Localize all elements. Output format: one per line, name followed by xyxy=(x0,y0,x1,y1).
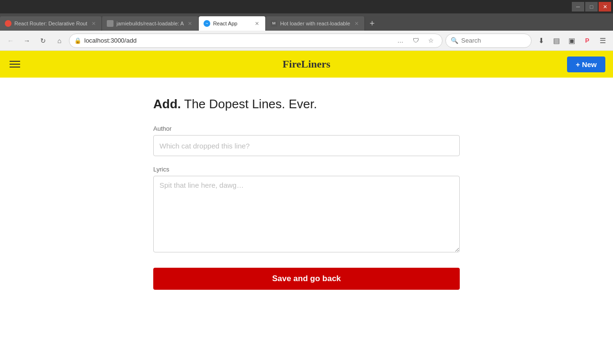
address-input[interactable] xyxy=(84,37,391,44)
author-field-group: Author xyxy=(153,125,460,166)
lock-icon: 🔒 xyxy=(74,37,81,44)
back-icon: ← xyxy=(7,37,14,45)
minimize-button[interactable]: ─ xyxy=(572,2,584,11)
close-button[interactable]: ✕ xyxy=(599,2,611,11)
tab-close-4[interactable]: ✕ xyxy=(353,20,360,27)
address-bar[interactable]: 🔒 … 🛡 ☆ xyxy=(69,34,443,48)
shield-icon: 🛡 xyxy=(413,37,419,44)
form-container: Add. The Dopest Lines. Ever. Author Lyri… xyxy=(153,97,460,290)
home-button[interactable]: ⌂ xyxy=(53,34,66,47)
shield-button[interactable]: 🛡 xyxy=(409,34,422,47)
page-heading: Add. The Dopest Lines. Ever. xyxy=(153,97,460,112)
back-button[interactable]: ← xyxy=(4,34,17,47)
sidebar-icon: ▣ xyxy=(568,36,575,45)
menu-button[interactable]: ☰ xyxy=(596,34,609,47)
search-input[interactable] xyxy=(461,37,526,44)
tab-label-4: Hot loader with react-loadable xyxy=(280,21,350,26)
more-button[interactable]: … xyxy=(394,34,407,47)
tab-favicon-3: ~ xyxy=(204,20,210,27)
hamburger-icon xyxy=(10,67,20,68)
tab-label-3: React App xyxy=(213,21,251,26)
library-icon: ▤ xyxy=(553,36,560,45)
tab-close-3[interactable]: ✕ xyxy=(254,20,261,27)
tab-label-2: jamiebuilds/react-loadable: A xyxy=(116,21,184,26)
menu-icon: ☰ xyxy=(600,36,606,45)
tab-close-1[interactable]: ✕ xyxy=(90,20,97,27)
library-button[interactable]: ▤ xyxy=(550,34,563,47)
app-title: FireLiners xyxy=(283,58,330,70)
download-icon: ⬇ xyxy=(538,36,545,45)
pocket-button[interactable]: P xyxy=(580,34,594,47)
reload-icon: ↻ xyxy=(40,37,46,45)
tab-favicon-1 xyxy=(5,20,11,27)
window-controls: ─ □ ✕ xyxy=(572,2,611,11)
hamburger-icon xyxy=(10,64,20,65)
author-label: Author xyxy=(153,125,460,132)
forward-button[interactable]: → xyxy=(20,34,34,47)
tab-jamiebuilds[interactable]: jamiebuilds/react-loadable: A ✕ xyxy=(102,16,199,31)
heading-rest: The Dopest Lines. Ever. xyxy=(181,97,317,111)
maximize-button[interactable]: □ xyxy=(585,2,598,11)
author-input[interactable] xyxy=(153,135,460,156)
tab-react-app[interactable]: ~ React App ✕ xyxy=(199,16,266,31)
sidebar-toggle-button[interactable]: ▣ xyxy=(565,34,579,47)
main-content: Add. The Dopest Lines. Ever. Author Lyri… xyxy=(0,78,613,309)
lyrics-textarea[interactable] xyxy=(153,176,460,252)
save-button[interactable]: Save and go back xyxy=(153,268,460,290)
download-button[interactable]: ⬇ xyxy=(534,34,548,47)
nav-bar: ← → ↻ ⌂ 🔒 … 🛡 ☆ 🔍 ⬇ ▤ ▣ xyxy=(0,31,613,51)
new-tab-button[interactable]: + xyxy=(365,16,379,31)
heading-bold: Add. xyxy=(153,97,181,111)
title-bar: ─ □ ✕ xyxy=(0,0,613,13)
tab-favicon-4: M xyxy=(271,20,277,27)
tab-label-1: React Router: Declarative Rout xyxy=(14,21,87,26)
forward-icon: → xyxy=(23,37,30,45)
hamburger-icon xyxy=(10,61,20,62)
more-icon: … xyxy=(397,37,404,44)
toolbar-right: ⬇ ▤ ▣ P ☰ xyxy=(534,34,609,47)
search-bar[interactable]: 🔍 xyxy=(445,34,532,48)
app-navbar: FireLiners + New xyxy=(0,51,613,78)
star-icon: ☆ xyxy=(428,37,434,44)
lyrics-label: Lyrics xyxy=(153,166,460,173)
tab-favicon-2 xyxy=(107,20,114,27)
home-icon: ⌂ xyxy=(57,37,61,45)
pocket-icon: P xyxy=(585,37,590,44)
new-button[interactable]: + New xyxy=(567,57,605,72)
lyrics-field-group: Lyrics xyxy=(153,166,460,268)
tab-react-router[interactable]: React Router: Declarative Rout ✕ xyxy=(0,16,102,31)
star-button[interactable]: ☆ xyxy=(425,34,437,47)
tab-close-2[interactable]: ✕ xyxy=(187,20,193,27)
search-icon: 🔍 xyxy=(451,37,458,44)
hamburger-button[interactable] xyxy=(8,59,22,69)
tab-hot-loader[interactable]: M Hot loader with react-loadable ✕ xyxy=(266,16,365,31)
tab-bar: React Router: Declarative Rout ✕ jamiebu… xyxy=(0,13,613,31)
reload-button[interactable]: ↻ xyxy=(36,34,50,47)
